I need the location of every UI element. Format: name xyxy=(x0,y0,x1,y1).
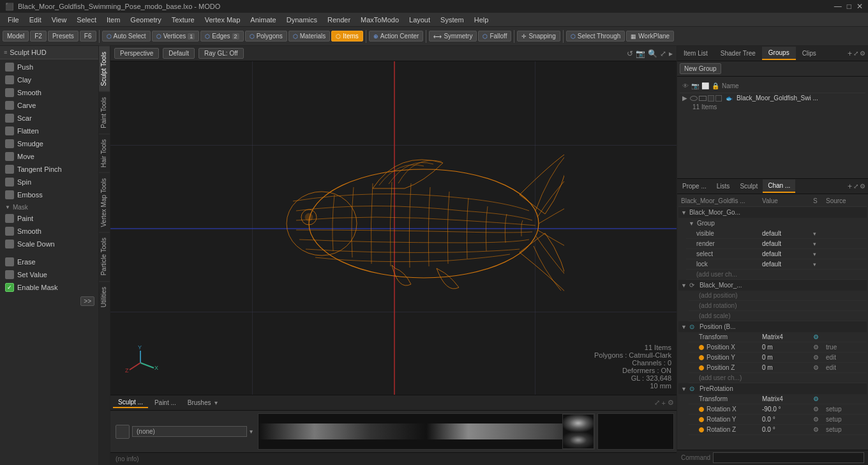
falloff-btn[interactable]: ⬡ Falloff xyxy=(478,31,511,42)
presets-btn[interactable]: Presets xyxy=(48,31,79,42)
menu-system[interactable]: System xyxy=(435,15,469,25)
rot-x-setup-btn[interactable]: setup xyxy=(826,406,864,413)
vp-tab-brushes[interactable]: Brushes ▾ xyxy=(183,398,223,408)
close-btn[interactable]: ✕ xyxy=(857,2,863,11)
tool-set-value[interactable]: Set Value xyxy=(0,268,98,281)
vp-maximize-icon[interactable]: ⤢ xyxy=(660,49,666,58)
menu-view[interactable]: View xyxy=(47,15,72,25)
brushes-dropdown-icon[interactable]: ▾ xyxy=(214,399,218,406)
symmetry-btn[interactable]: ⟷ Symmetry xyxy=(429,31,477,42)
section-main-group[interactable]: ▼ Black_Moor_Go... xyxy=(678,207,867,218)
action-center-btn[interactable]: ⊕ Action Center xyxy=(369,31,424,42)
rb-tab-chan[interactable]: Chan ... xyxy=(763,179,795,193)
menu-maxtomodo[interactable]: MaxToModo xyxy=(355,15,404,25)
tool-push[interactable]: Push xyxy=(0,61,98,73)
side-tab-sculpt-tools[interactable]: Sculpt Tools xyxy=(99,46,110,91)
menu-texture[interactable]: Texture xyxy=(167,15,200,25)
side-tab-paint-tools[interactable]: Paint Tools xyxy=(99,91,110,133)
vp-reset-icon[interactable]: ↺ xyxy=(627,49,633,58)
section-prerotation[interactable]: ▼ ⊙ PreRotation xyxy=(678,383,867,394)
enable-mask-checkbox[interactable]: ✓ xyxy=(5,283,14,292)
pos-y-gear[interactable]: ⚙ xyxy=(813,354,826,361)
pos-x-gear[interactable]: ⚙ xyxy=(813,344,826,351)
side-tab-vertex-map-tools[interactable]: Vertex Map Tools xyxy=(99,172,110,232)
prop-render-dropdown[interactable]: ▾ xyxy=(813,241,826,247)
rb-expand-icon[interactable]: ⤢ xyxy=(853,183,858,190)
rot-z-setup-btn[interactable]: setup xyxy=(826,426,864,433)
gear-icon[interactable]: ⚙ xyxy=(813,333,826,340)
polygons-btn[interactable]: ⬡ Polygons xyxy=(245,31,287,42)
tool-carve[interactable]: Carve xyxy=(0,99,98,112)
brush-selector-dropdown[interactable]: (none) xyxy=(132,426,247,437)
materials-btn[interactable]: ⬡ Materials xyxy=(288,31,331,42)
view-scheme-btn[interactable]: Default xyxy=(163,48,195,59)
item-lock-toggle[interactable] xyxy=(715,95,722,102)
tool-move[interactable]: Move xyxy=(0,150,98,163)
more-tools-btn[interactable]: >> xyxy=(80,296,94,306)
menu-layout[interactable]: Layout xyxy=(404,15,435,25)
prerot-gear[interactable]: ⚙ xyxy=(813,395,826,402)
tool-flatten[interactable]: Flatten xyxy=(0,125,98,137)
right-panel-expand-icon[interactable]: ⤢ xyxy=(853,50,858,57)
f2-btn[interactable]: F2 xyxy=(30,31,47,42)
vp-tab-expand-icon[interactable]: ⤢ xyxy=(654,399,660,407)
snapping-btn[interactable]: ✛ Snapping xyxy=(517,31,560,42)
view-type-btn[interactable]: Perspective xyxy=(114,48,159,59)
mask-section[interactable]: Mask xyxy=(0,201,98,212)
item-cam-toggle[interactable] xyxy=(699,96,707,101)
render-mode-btn[interactable]: Ray GL: Off xyxy=(198,48,244,59)
rot-z-gear[interactable]: ⚙ xyxy=(813,426,826,433)
vp-tab-settings-icon[interactable]: ⚙ xyxy=(668,399,674,407)
tool-clay[interactable]: Clay xyxy=(0,73,98,86)
vp-search-icon[interactable]: 🔍 xyxy=(648,49,657,58)
rb-tab-props[interactable]: Prope ... xyxy=(677,180,712,192)
tool-scar[interactable]: Scar xyxy=(0,112,98,125)
prop-add-rotation[interactable]: (add rotation) xyxy=(689,301,867,311)
menu-animate[interactable]: Animate xyxy=(245,15,281,25)
rb-tab-sculpt[interactable]: Sculpt xyxy=(735,180,763,192)
select-through-btn[interactable]: ⬡ Select Through xyxy=(566,31,625,42)
vp-tab-plus-icon[interactable]: + xyxy=(662,399,666,407)
side-tab-hair-tools[interactable]: Hair Tools xyxy=(99,133,110,172)
rot-y-gear[interactable]: ⚙ xyxy=(813,416,826,423)
tool-emboss[interactable]: Emboss xyxy=(0,188,98,201)
side-tab-utilities[interactable]: Utilities xyxy=(99,281,110,312)
menu-vertexmap[interactable]: Vertex Map xyxy=(200,15,246,25)
vp-more-icon[interactable]: ▸ xyxy=(669,49,673,58)
minimize-btn[interactable]: — xyxy=(834,2,842,11)
section-transform[interactable]: ▼ ⟳ Black_Moor_... xyxy=(678,280,867,291)
tool-mask-scale-down[interactable]: Scale Down xyxy=(0,238,98,250)
brush-color-swatch[interactable] xyxy=(116,425,130,439)
menu-file[interactable]: File xyxy=(3,15,24,25)
menu-select[interactable]: Select xyxy=(71,15,101,25)
menu-render[interactable]: Render xyxy=(322,15,355,25)
item-row-group[interactable]: ▶ 🐟 Black_Moor_Goldfish_Swi ... xyxy=(680,93,865,103)
right-tab-shader-tree[interactable]: Shader Tree xyxy=(714,47,762,59)
prop-add-position[interactable]: (add position) xyxy=(689,291,867,301)
rb-tab-lists[interactable]: Lists xyxy=(712,180,735,192)
pos-x-edit-btn[interactable]: true xyxy=(826,344,864,351)
tool-smudge[interactable]: Smudge xyxy=(0,137,98,150)
right-tab-groups[interactable]: Groups xyxy=(762,47,796,60)
right-tab-clips[interactable]: Clips xyxy=(796,47,823,59)
prop-lock-dropdown[interactable]: ▾ xyxy=(813,261,826,268)
rot-x-gear[interactable]: ⚙ xyxy=(813,406,826,413)
menu-item[interactable]: Item xyxy=(101,15,125,25)
tool-erase[interactable]: Erase xyxy=(0,255,98,268)
edges-btn[interactable]: ⬡ Edges 2 xyxy=(200,31,243,42)
menu-help[interactable]: Help xyxy=(469,15,494,25)
prop-select-dropdown[interactable]: ▾ xyxy=(813,251,826,257)
menu-edit[interactable]: Edit xyxy=(24,15,47,25)
menu-dynamics[interactable]: Dynamics xyxy=(281,15,322,25)
window-controls[interactable]: — □ ✕ xyxy=(834,2,863,11)
workplane-btn[interactable]: ▦ WorkPlane xyxy=(626,31,674,42)
item-render-toggle[interactable] xyxy=(708,95,714,102)
tool-mask-smooth[interactable]: Smooth xyxy=(0,225,98,238)
prop-dropdown-icon[interactable]: ▾ xyxy=(813,231,826,237)
rb-plus-icon[interactable]: + xyxy=(848,182,852,191)
prop-add-user[interactable]: (add user ch... xyxy=(686,270,867,280)
command-input[interactable] xyxy=(713,452,864,463)
pos-z-gear[interactable]: ⚙ xyxy=(813,364,826,371)
brush-selector-arrow[interactable]: ▾ xyxy=(250,428,253,435)
tool-smooth[interactable]: Smooth xyxy=(0,86,98,99)
